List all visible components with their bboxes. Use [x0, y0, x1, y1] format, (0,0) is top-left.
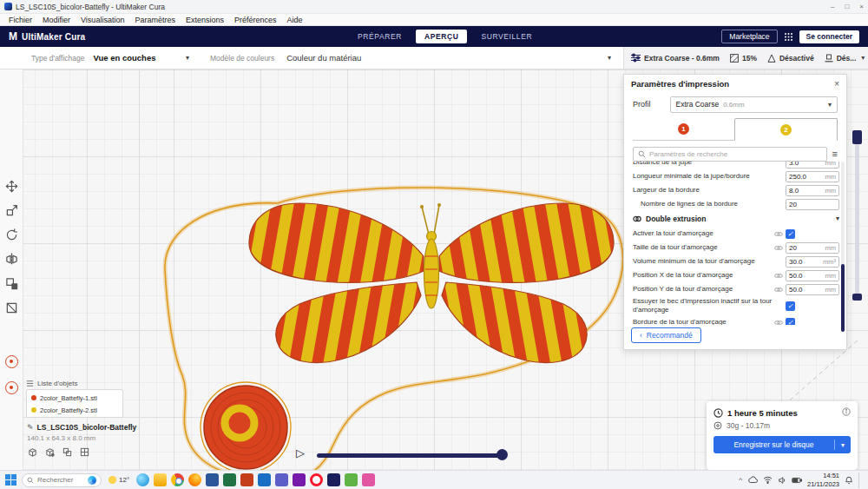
- setting-input[interactable]: 20: [786, 199, 839, 210]
- setting-input[interactable]: 20 mm: [786, 242, 839, 254]
- taskbar-app-opera-icon[interactable]: [310, 473, 323, 486]
- list-item[interactable]: 2color_Battefly-2.stl: [27, 404, 122, 416]
- tray-expand-icon[interactable]: ^: [739, 476, 742, 484]
- scale-tool-button[interactable]: [3, 202, 19, 218]
- checkbox-checked[interactable]: ✓: [786, 229, 795, 239]
- extruder-1-tab[interactable]: 1: [633, 118, 734, 140]
- taskbar-app-cura-icon[interactable]: [327, 473, 340, 486]
- search-input[interactable]: [649, 150, 822, 158]
- taskbar-app-explorer-icon[interactable]: [154, 473, 167, 486]
- apps-grid-icon[interactable]: [785, 33, 792, 41]
- menu-fichier[interactable]: Fichier: [3, 16, 37, 24]
- taskbar-app-excel-icon[interactable]: [223, 473, 236, 486]
- maximize-button[interactable]: □: [845, 3, 849, 10]
- volume-icon[interactable]: [778, 476, 786, 485]
- close-button[interactable]: ×: [859, 3, 864, 10]
- list-item[interactable]: 2color_Battefly-1.stl: [27, 392, 122, 404]
- setting-input[interactable]: 250.0 mm: [786, 171, 839, 182]
- show-desktop-button[interactable]: [858, 472, 861, 488]
- support-blocker-button[interactable]: [3, 300, 19, 315]
- notification-bell-icon[interactable]: [845, 476, 853, 485]
- taskbar-app-word-icon[interactable]: [206, 473, 219, 486]
- setting-row[interactable]: Nombre de lignes de la bordure 20: [633, 198, 839, 210]
- minimize-button[interactable]: –: [831, 3, 834, 10]
- info-icon[interactable]: [842, 407, 851, 418]
- settings-search-field[interactable]: [633, 147, 827, 162]
- display-type-dropdown[interactable]: Type d'affichage Vue en couches ▾: [0, 53, 198, 63]
- checkbox-checked[interactable]: ✓: [786, 301, 795, 311]
- tab-apercu[interactable]: APERÇU: [416, 30, 468, 43]
- model-tool-icon[interactable]: [27, 446, 38, 458]
- taskbar-app-notepad-icon[interactable]: [345, 473, 358, 486]
- onedrive-icon[interactable]: [747, 476, 758, 484]
- weather-widget[interactable]: 12°: [106, 476, 132, 484]
- battery-icon[interactable]: [792, 477, 802, 484]
- taskbar-search-input[interactable]: [37, 476, 84, 484]
- setting-row[interactable]: Taille de la tour d'amorçage 20 mm: [633, 241, 839, 254]
- menu-visualisation[interactable]: Visualisation: [76, 16, 129, 24]
- close-icon[interactable]: ×: [834, 79, 839, 89]
- simulation-slider-handle[interactable]: [496, 449, 508, 460]
- setting-row[interactable]: Volume minimum de la tour d'amorçage 30.…: [633, 255, 839, 268]
- wifi-icon[interactable]: [763, 476, 773, 484]
- model-tool-icon[interactable]: [62, 446, 73, 458]
- layer-slider-track[interactable]: [855, 130, 859, 301]
- menu-preferences[interactable]: Préférences: [229, 16, 282, 24]
- selected-model-row[interactable]: ✎ LS_LSC10S_bicolor-Battefly: [27, 423, 136, 432]
- sign-in-button[interactable]: Se connecter: [799, 30, 859, 43]
- color-scheme-dropdown[interactable]: Modèle de couleurs Couleur du matériau ▾: [198, 53, 623, 63]
- setting-row[interactable]: Distance de la jupe 3.0 mm: [633, 162, 839, 169]
- menu-extensions[interactable]: Extensions: [181, 16, 229, 24]
- settings-scrollbar-thumb[interactable]: [841, 264, 845, 332]
- model-tool-icon[interactable]: [44, 446, 56, 458]
- mirror-tool-button[interactable]: [3, 251, 19, 267]
- taskbar-app-edge-icon[interactable]: [136, 473, 149, 486]
- save-to-disk-button[interactable]: Enregistrer sur le disque ▾: [713, 436, 851, 453]
- taskbar-app-onenote-icon[interactable]: [293, 473, 306, 486]
- setting-input[interactable]: 3.0 mm: [786, 162, 839, 169]
- menu-aide[interactable]: Aide: [282, 16, 308, 24]
- taskbar-app-firefox-icon[interactable]: [188, 473, 201, 486]
- layer-slider-top-handle[interactable]: [852, 130, 862, 144]
- menu-parametres[interactable]: Paramètres: [129, 16, 181, 24]
- move-tool-button[interactable]: [3, 178, 19, 194]
- taskbar-app-paint-icon[interactable]: [362, 473, 375, 486]
- per-model-settings-button[interactable]: [3, 275, 19, 291]
- object-list-header[interactable]: Liste d'objets: [26, 380, 77, 387]
- setting-row[interactable]: Longueur minimale de la jupe/bordure 250…: [633, 170, 839, 182]
- layer-slider-bottom-handle[interactable]: [852, 294, 862, 301]
- taskbar-search[interactable]: [22, 473, 102, 487]
- tab-surveiller[interactable]: SURVEILLER: [477, 30, 536, 43]
- taskbar-app-powerpoint-icon[interactable]: [240, 473, 253, 486]
- taskbar-app-teams-icon[interactable]: [275, 473, 288, 486]
- start-button[interactable]: [4, 473, 17, 486]
- butterfly-model[interactable]: [139, 174, 642, 486]
- setting-row[interactable]: Position Y de la tour d'amorçage 50.0 mm: [633, 283, 839, 295]
- play-button[interactable]: ▷: [296, 446, 305, 459]
- setting-row[interactable]: Essuyer le bec d'impression inactif sur …: [633, 297, 839, 314]
- setting-row[interactable]: Activer la tour d'amorçage ✓: [633, 228, 839, 240]
- checkbox-checked[interactable]: ✓: [786, 318, 795, 326]
- setting-input[interactable]: 50.0 mm: [786, 284, 839, 295]
- taskbar-app-chrome-icon[interactable]: [171, 473, 184, 486]
- setting-input[interactable]: 30.0 mm³: [786, 256, 839, 268]
- copilot-icon[interactable]: [88, 476, 96, 485]
- taskbar-clock[interactable]: 14:51 21/11/2023: [807, 472, 839, 488]
- setting-input[interactable]: 8.0 mm: [786, 185, 839, 196]
- settings-menu-icon[interactable]: ≡: [832, 149, 838, 159]
- tab-preparer[interactable]: PRÉPARER: [354, 30, 405, 43]
- section-double-extrusion[interactable]: Double extrusion ▾: [633, 212, 839, 225]
- setting-row[interactable]: Bordure de la tour d'amorçage ✓: [633, 316, 839, 325]
- menu-modifier[interactable]: Modifier: [37, 16, 76, 24]
- profile-dropdown[interactable]: Extra Coarse 0.6mm ▾: [670, 96, 838, 113]
- setting-row[interactable]: Largeur de la bordure 8.0 mm: [633, 184, 839, 196]
- simulation-slider-track[interactable]: [317, 453, 506, 458]
- model-tool-icon[interactable]: [79, 446, 90, 458]
- recommended-mode-button[interactable]: ‹ Recommandé: [631, 327, 701, 343]
- plugin-tool-icon-2[interactable]: [3, 380, 19, 395]
- setting-row[interactable]: Position X de la tour d'amorçage 50.0 mm: [633, 269, 839, 281]
- rotate-tool-button[interactable]: [3, 227, 19, 242]
- marketplace-button[interactable]: Marketplace: [721, 30, 777, 43]
- plugin-tool-icon-1[interactable]: [3, 354, 19, 369]
- taskbar-app-outlook-icon[interactable]: [258, 473, 271, 486]
